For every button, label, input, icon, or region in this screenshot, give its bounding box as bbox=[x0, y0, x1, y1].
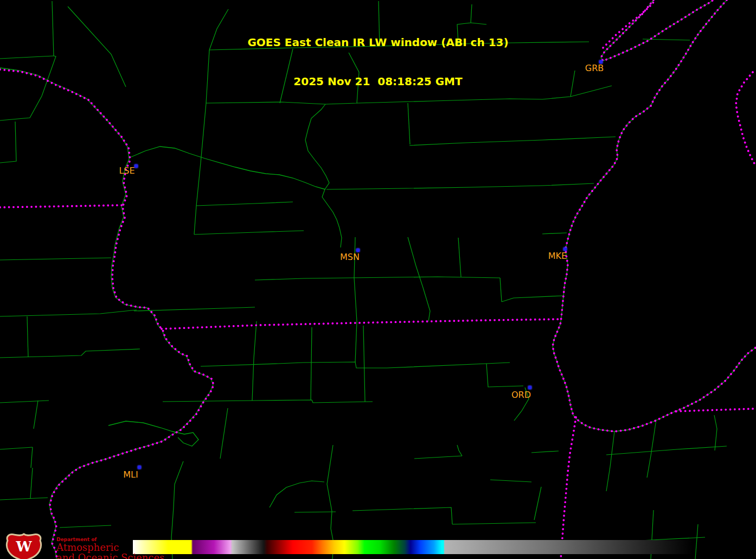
image-title-line1: GOES East Clean IR LW window (ABI ch 13) bbox=[0, 36, 756, 49]
county-line bbox=[255, 277, 500, 280]
station-label-grb: GRB bbox=[585, 63, 604, 73]
county-line bbox=[30, 468, 33, 498]
county-line bbox=[252, 321, 257, 401]
county-line bbox=[0, 310, 137, 316]
station-dot-mli bbox=[138, 466, 141, 469]
image-timestamp: 2025 Nov 21 08:18:25 GMT bbox=[0, 75, 756, 88]
state-border-line bbox=[676, 409, 756, 411]
county-line bbox=[414, 456, 462, 459]
water-outline bbox=[108, 421, 198, 446]
satellite-image-viewport: GOES East Clean IR LW window (ABI ch 13)… bbox=[0, 0, 756, 559]
state-border-line bbox=[162, 319, 562, 329]
county-line bbox=[647, 420, 656, 478]
county-line bbox=[0, 349, 140, 358]
county-line bbox=[490, 480, 531, 482]
county-line bbox=[355, 321, 357, 362]
station-dot-lse bbox=[134, 164, 138, 168]
county-line bbox=[531, 451, 559, 453]
county-line bbox=[606, 431, 614, 491]
county-line bbox=[34, 401, 38, 429]
uw-crest-icon: W bbox=[3, 533, 44, 559]
state-border-line bbox=[0, 69, 214, 559]
county-line bbox=[220, 408, 228, 459]
county-line bbox=[0, 401, 49, 403]
station-dot-ord bbox=[528, 386, 531, 389]
water-outline bbox=[130, 147, 325, 189]
colorbar bbox=[133, 540, 693, 554]
county-line bbox=[408, 237, 430, 321]
county-line bbox=[163, 400, 373, 403]
uw-aos-logo: W Department of Atmospheric and Oceanic … bbox=[3, 533, 164, 559]
county-line bbox=[326, 183, 594, 189]
county-line bbox=[353, 507, 452, 524]
county-line bbox=[458, 238, 461, 277]
county-line bbox=[714, 415, 717, 450]
svg-text:W: W bbox=[15, 538, 32, 555]
state-border-line bbox=[561, 417, 576, 559]
county-line bbox=[27, 316, 28, 357]
county-line bbox=[194, 103, 206, 234]
county-line bbox=[0, 258, 111, 260]
county-line bbox=[270, 481, 324, 507]
county-line bbox=[0, 122, 16, 163]
county-line bbox=[0, 447, 33, 449]
station-label-ord: ORD bbox=[511, 390, 531, 400]
county-line bbox=[294, 512, 336, 512]
county-line bbox=[60, 525, 111, 528]
county-line bbox=[311, 327, 312, 400]
county-line bbox=[457, 445, 462, 456]
county-line bbox=[409, 137, 616, 145]
county-line bbox=[31, 447, 33, 468]
county-line bbox=[201, 363, 304, 366]
county-line bbox=[542, 233, 567, 234]
county-line bbox=[486, 364, 523, 387]
county-line bbox=[534, 487, 541, 520]
water-outline bbox=[0, 68, 213, 559]
county-line bbox=[363, 326, 365, 402]
image-title: GOES East Clean IR LW window (ABI ch 13)… bbox=[0, 10, 756, 114]
county-line bbox=[500, 278, 502, 302]
county-line bbox=[196, 202, 293, 206]
county-line bbox=[304, 362, 510, 368]
station-label-mli: MLI bbox=[123, 469, 138, 480]
station-label-mke: MKE bbox=[548, 251, 567, 261]
county-line bbox=[502, 296, 563, 302]
county-line bbox=[134, 307, 255, 311]
logo-name-line2: and Oceanic Sciences bbox=[56, 553, 164, 559]
station-label-msn: MSN bbox=[340, 252, 360, 262]
county-line bbox=[194, 231, 304, 234]
county-line bbox=[0, 498, 48, 500]
county-line bbox=[452, 523, 536, 524]
station-label-lse: LSE bbox=[119, 166, 134, 176]
logo-text: Department of Atmospheric and Oceanic Sc… bbox=[56, 537, 164, 559]
county-line bbox=[606, 446, 727, 455]
county-line bbox=[695, 524, 698, 559]
county-line bbox=[305, 104, 342, 247]
state-border-line bbox=[0, 205, 123, 207]
